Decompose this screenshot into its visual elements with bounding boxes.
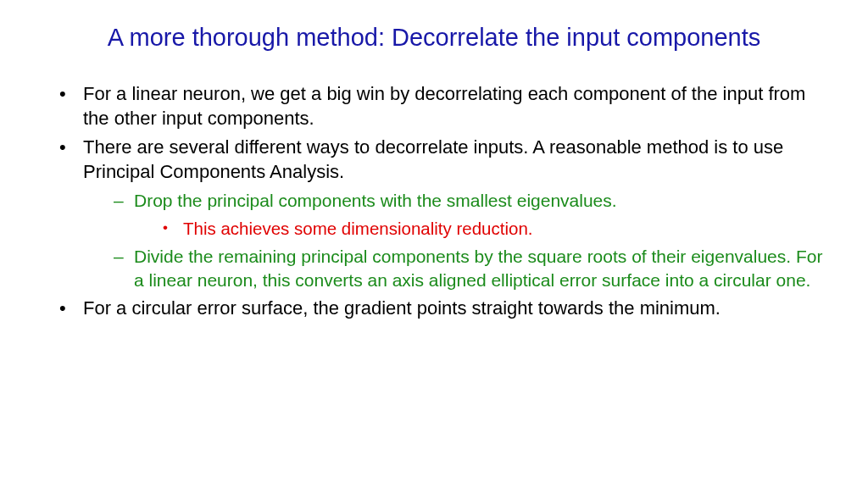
bullet-item: This achieves some dimensionality reduct… <box>163 218 834 241</box>
bullet-item: Divide the remaining principal component… <box>114 245 834 291</box>
bullet-text: Drop the principal components with the s… <box>134 191 617 210</box>
bullet-text: For a linear neuron, we get a big win by… <box>83 83 805 129</box>
bullet-item: For a circular error surface, the gradie… <box>59 297 834 321</box>
bullet-text: There are several different ways to deco… <box>83 136 783 182</box>
bullet-list-level1: For a linear neuron, we get a big win by… <box>34 82 834 321</box>
slide-title: A more thorough method: Decorrelate the … <box>34 24 834 52</box>
bullet-item: For a linear neuron, we get a big win by… <box>59 82 834 130</box>
bullet-text: For a circular error surface, the gradie… <box>83 297 721 319</box>
bullet-list-level3: This achieves some dimensionality reduct… <box>134 218 834 241</box>
bullet-list-level2: Drop the principal components with the s… <box>83 189 834 291</box>
bullet-item: Drop the principal components with the s… <box>114 189 834 240</box>
bullet-text: This achieves some dimensionality reduct… <box>183 219 532 238</box>
bullet-text: Divide the remaining principal component… <box>134 247 822 289</box>
bullet-item: There are several different ways to deco… <box>59 136 834 291</box>
